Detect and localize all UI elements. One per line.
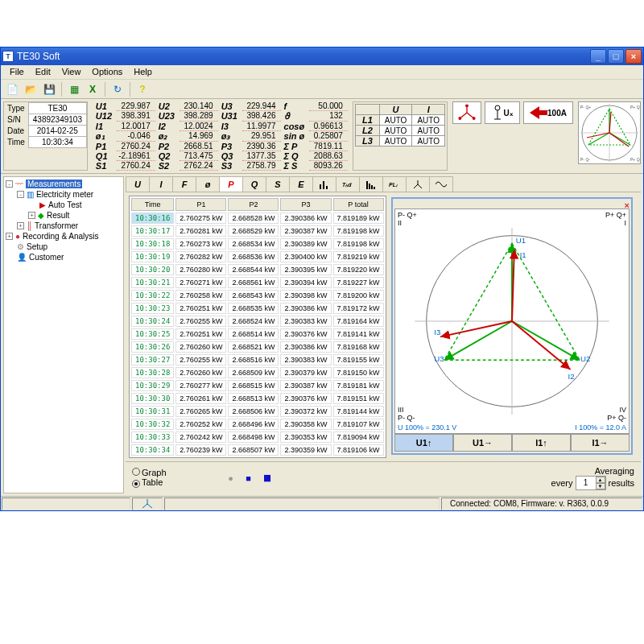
device-date: 2014-02-25 (28, 126, 86, 137)
nav-tree[interactable]: -〰Measurements-▥Electricity meter▶Auto T… (3, 176, 124, 493)
mini-vector-diagram[interactable]: P- Q+P+ Q+ P- Q-P+ Q- (578, 101, 641, 164)
vector-diagram-window[interactable]: × (391, 197, 633, 455)
table-row[interactable]: 10:30:332.760242 kW2.668498 kW2.390353 k… (131, 431, 384, 443)
tree-recording-analysis[interactable]: +●Recording & Analysis (6, 231, 122, 242)
table-row[interactable]: 10:30:292.760277 kW2.668515 kW2.390387 k… (131, 380, 384, 391)
tree-measurements[interactable]: -〰Measurements (6, 179, 122, 189)
vector-close-icon[interactable]: × (625, 200, 630, 208)
tab-S[interactable]: S (266, 176, 290, 192)
svg-line-54 (147, 504, 152, 508)
auto-range-panel: UIL1AUTOAUTOL2AUTOAUTOL3AUTOAUTO (353, 101, 448, 171)
tree-result[interactable]: +◆Result (6, 210, 122, 221)
meter-icon: ▥ (27, 190, 34, 199)
view-graph-radio[interactable] (132, 468, 140, 476)
result-icon: ◆ (38, 211, 44, 220)
svg-text:P+ Q-: P+ Q- (630, 157, 640, 162)
tab-ø[interactable]: ø (196, 176, 220, 192)
help-icon[interactable]: ? (134, 81, 151, 97)
tab-F[interactable]: F (172, 176, 196, 192)
window-title: TE30 Soft (17, 51, 60, 62)
vector-btn-0[interactable]: U1↑ (394, 434, 453, 452)
svg-text:I3: I3 (434, 328, 440, 336)
table-row[interactable]: 10:30:342.760239 kW2.668507 kW2.390359 k… (131, 444, 384, 456)
vector-btn-2[interactable]: I1↑ (512, 434, 571, 452)
tab-pli-icon[interactable]: PLᵢ (382, 176, 407, 192)
svg-text:I2: I2 (568, 372, 575, 381)
svg-line-34 (414, 184, 418, 188)
table-row[interactable]: 10:30:222.760258 kW2.668543 kW2.390398 k… (131, 290, 384, 301)
device-type: TE30 (28, 103, 86, 114)
svg-point-3 (466, 105, 469, 107)
save-icon[interactable]: 💾 (41, 81, 57, 97)
new-icon[interactable]: 📄 (4, 81, 20, 97)
table-row[interactable]: 10:30:322.760252 kW2.668496 kW2.390358 k… (131, 419, 384, 430)
menu-edit[interactable]: Edit (30, 65, 56, 79)
tree-setup[interactable]: ⚙Setup (6, 242, 122, 252)
refresh-icon[interactable]: ↻ (109, 81, 126, 97)
tab-I[interactable]: I (149, 176, 173, 192)
tree-customer[interactable]: 👤Customer (6, 252, 122, 262)
table-row[interactable]: 10:30:262.760260 kW2.668521 kW2.390386 k… (131, 341, 384, 353)
tab-wye-icon[interactable] (406, 176, 430, 192)
svg-line-41 (512, 321, 580, 360)
voltage-connection-icon[interactable]: Uₓ (485, 101, 520, 124)
excel-icon[interactable]: X (85, 81, 101, 97)
menu-file[interactable]: File (4, 65, 30, 79)
table-row[interactable]: 10:30:172.760281 kW2.668529 kW2.390387 k… (131, 225, 384, 237)
table-row[interactable]: 10:30:232.760251 kW2.668535 kW2.390386 k… (131, 303, 384, 314)
svg-text:Tₕd: Tₕd (342, 182, 352, 188)
gear-icon: ⚙ (17, 242, 24, 251)
tab-wave-icon[interactable] (429, 176, 453, 192)
svg-rect-24 (320, 184, 321, 189)
maximize-button[interactable]: □ (608, 49, 624, 64)
record-button[interactable]: ● (225, 472, 237, 485)
tab-P[interactable]: P (219, 176, 243, 192)
current-clamp-icon[interactable]: 100A (523, 101, 573, 124)
stop-button[interactable]: ■ (242, 472, 255, 485)
tab-harmonics-icon[interactable] (359, 176, 383, 192)
tab-thd-icon[interactable]: Tₕd (336, 176, 360, 192)
open-icon[interactable]: 📂 (23, 81, 39, 97)
tab-Q[interactable]: Q (242, 176, 266, 192)
tree-transformer[interactable]: +║Transformer (6, 221, 122, 231)
table-row[interactable]: 10:30:212.760271 kW2.668561 kW2.390394 k… (131, 277, 384, 288)
svg-text:U1: U1 (516, 236, 526, 245)
table-row[interactable]: 10:30:192.760282 kW2.668536 kW2.390400 k… (131, 251, 384, 262)
menu-view[interactable]: View (56, 65, 87, 79)
tree-electricity-meter[interactable]: -▥Electricity meter (6, 189, 122, 200)
toolbar: 📄 📂 💾 ▦ X ↻ ? (1, 80, 643, 99)
svg-text:U3: U3 (434, 354, 444, 363)
vector-btn-1[interactable]: U1→ (453, 434, 512, 452)
tab-U[interactable]: U (126, 176, 150, 192)
export-icon[interactable]: ▦ (66, 81, 82, 97)
table-row[interactable]: 10:30:182.760273 kW2.668534 kW2.390389 k… (131, 238, 384, 250)
menu-options[interactable]: Options (86, 65, 128, 79)
minimize-button[interactable]: _ (590, 49, 606, 64)
tab-E[interactable]: E (289, 176, 313, 192)
table-row[interactable]: 10:30:282.760260 kW2.668509 kW2.390379 k… (131, 367, 384, 378)
table-row[interactable]: 10:30:252.760251 kW2.668514 kW2.390376 k… (131, 328, 384, 340)
tab-bars-icon[interactable] (312, 176, 336, 192)
table-row[interactable]: 10:30:312.760265 kW2.668506 kW2.390372 k… (131, 406, 384, 417)
svg-line-53 (142, 504, 147, 508)
table-row[interactable]: 10:30:302.760261 kW2.668513 kW2.390376 k… (131, 393, 384, 404)
wye-connection-icon[interactable] (452, 101, 481, 124)
cust-icon: 👤 (17, 253, 27, 262)
averaging-spinner[interactable]: ▲▼ (576, 476, 606, 490)
table-row[interactable]: 10:30:162.760275 kW2.668528 kW2.390386 k… (131, 213, 384, 224)
svg-line-35 (418, 184, 422, 188)
svg-rect-31 (374, 187, 375, 189)
view-table-radio[interactable] (132, 480, 140, 488)
close-button[interactable]: × (625, 49, 642, 64)
table-row[interactable]: 10:30:242.760255 kW2.668524 kW2.390383 k… (131, 316, 384, 327)
menu-help[interactable]: Help (128, 65, 158, 79)
device-time: 10:30:34 (28, 137, 86, 148)
vector-btn-3[interactable]: I1→ (571, 434, 630, 452)
table-row[interactable]: 10:30:202.760280 kW2.668544 kW2.390395 k… (131, 264, 384, 275)
svg-text:PLᵢ: PLᵢ (389, 182, 398, 188)
table-row[interactable]: 10:30:272.760255 kW2.668516 kW2.390383 k… (131, 354, 384, 365)
tree-auto-test[interactable]: ▶Auto Test (6, 200, 122, 210)
svg-rect-29 (369, 184, 370, 189)
status-bar: Connected: COM8, Firmware: v. R363, 0.0.… (1, 496, 643, 510)
pause-button[interactable]: ▮▮ (260, 472, 273, 485)
